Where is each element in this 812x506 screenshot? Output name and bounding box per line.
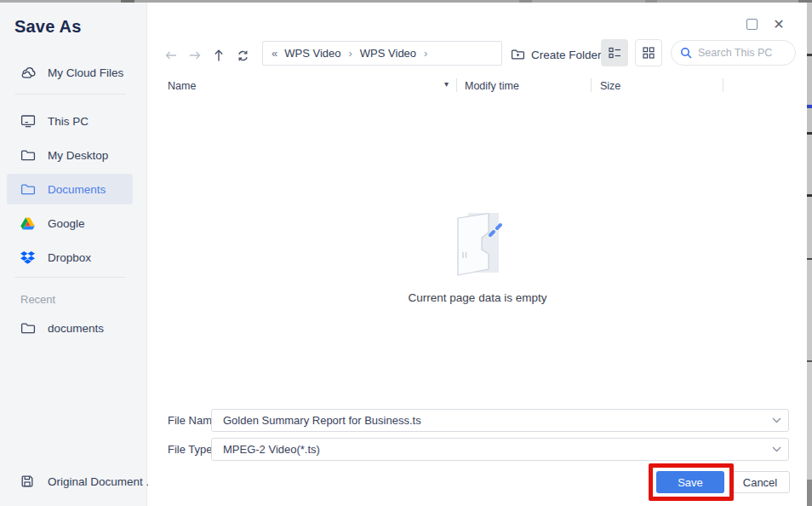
save-as-dialog: Save As My Cloud Files This PC [0,0,812,506]
sidebar-item-label: Original Document ... [48,475,156,488]
sidebar-item-this-pc[interactable]: This PC [7,106,133,136]
empty-state-message: Current page data is empty [392,291,563,304]
list-view-icon [609,47,621,59]
sidebar-item-label: My Desktop [48,149,108,162]
sidebar-divider [14,277,126,278]
column-divider[interactable] [591,78,592,92]
folder-icon [20,320,37,336]
refresh-icon [237,49,249,62]
sidebar-item-label: Dropbox [48,251,91,264]
sidebar-item-label: This PC [48,115,89,128]
sidebar-item-label: Google [48,217,85,230]
monitor-icon [20,113,37,129]
sort-arrow-icon[interactable]: ▾ [444,79,449,89]
maximize-button[interactable] [746,19,758,30]
sidebar-item-my-cloud-files[interactable]: My Cloud Files [7,57,133,88]
search-box[interactable] [671,40,796,66]
column-header-modify-time[interactable]: Modify time [465,80,519,92]
create-folder-label: Create Folder [531,49,602,61]
column-header-size[interactable]: Size [600,80,620,92]
google-drive-icon [20,216,37,231]
save-button[interactable]: Save [656,471,724,493]
dialog-title: Save As [14,17,82,37]
sidebar-item-dropbox[interactable]: Dropbox [7,242,133,273]
empty-folder-illustration [449,210,506,279]
chevron-right-icon: › [424,47,427,60]
create-folder-icon [511,49,525,60]
sidebar-item-google[interactable]: Google [7,208,133,239]
cancel-button[interactable]: Cancel [730,471,790,493]
sidebar-item-documents[interactable]: Documents [7,174,133,204]
file-name-input[interactable] [223,414,764,427]
sidebar-item-label: My Cloud Files [48,66,123,79]
empty-state: Current page data is empty [392,210,563,304]
sidebar-item-recent-documents[interactable]: documents [7,313,133,343]
forward-button[interactable] [186,47,204,64]
column-divider[interactable] [723,78,723,92]
up-button[interactable] [209,47,228,64]
breadcrumb[interactable]: « WPS Video › WPS Video › [262,41,502,66]
chevron-right-icon: › [348,47,352,60]
breadcrumb-collapse-icon[interactable]: « [272,47,277,60]
column-header-name[interactable]: Name [168,80,196,92]
dropbox-icon [20,250,37,265]
breadcrumb-segment[interactable]: WPS Video [284,47,340,60]
sidebar-item-original-document[interactable]: Original Document ... [7,466,133,497]
arrow-left-icon [164,50,178,60]
close-icon[interactable]: ✕ [769,14,788,34]
cloud-icon [20,65,37,80]
background-window-right-edge [807,3,812,506]
file-type-input[interactable] [223,443,764,456]
chevron-down-icon[interactable] [764,446,788,452]
document-save-icon [20,474,37,489]
refresh-button[interactable] [233,47,252,64]
breadcrumb-segment[interactable]: WPS Video [360,47,416,60]
column-header-row: Name ▾ Modify time Size [148,75,807,97]
arrow-up-icon [214,49,224,62]
recent-section-label: Recent [20,293,55,306]
sidebar: Save As My Cloud Files This PC [0,3,147,506]
chevron-down-icon[interactable] [764,417,788,423]
arrow-right-icon [188,50,202,60]
list-view-button[interactable] [601,39,628,66]
column-divider[interactable] [456,78,457,92]
grid-view-icon [643,47,655,59]
sidebar-item-my-desktop[interactable]: My Desktop [7,140,133,170]
sidebar-divider [14,94,126,95]
sidebar-item-label: Documents [48,183,106,196]
create-folder-button[interactable]: Create Folder [511,45,602,64]
back-button[interactable] [162,47,180,64]
folder-icon [20,181,37,197]
search-input[interactable] [698,47,783,59]
folder-icon [20,147,37,163]
grid-view-button[interactable] [635,39,662,66]
main-pane: ✕ « WPS Video › WPS Video › [148,3,807,506]
file-type-field[interactable] [211,438,789,461]
sidebar-item-label: documents [48,322,104,335]
file-name-field[interactable] [211,409,789,432]
search-icon [680,47,692,59]
